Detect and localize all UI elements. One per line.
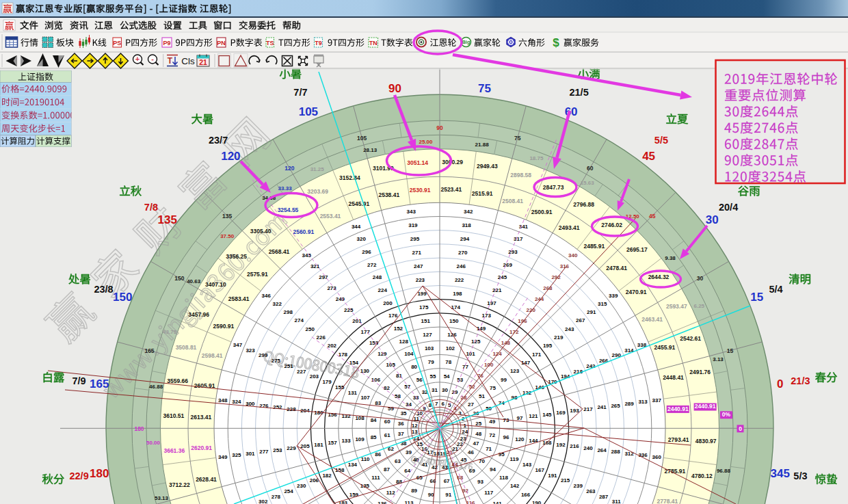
svg-text:135: 135 — [158, 213, 177, 226]
svg-text:113: 113 — [404, 500, 413, 504]
svg-text:120: 120 — [221, 150, 240, 163]
svg-text:3: 3 — [458, 410, 462, 416]
svg-text:126: 126 — [447, 332, 457, 338]
svg-text:143: 143 — [522, 462, 532, 468]
svg-text:82: 82 — [384, 385, 390, 391]
svg-text:216: 216 — [570, 443, 579, 449]
svg-text:227: 227 — [297, 369, 306, 375]
svg-text:43.75: 43.75 — [163, 329, 177, 335]
svg-text:291: 291 — [587, 309, 596, 315]
svg-text:179: 179 — [322, 379, 332, 385]
svg-text:90: 90 — [436, 124, 443, 131]
svg-text:301: 301 — [246, 451, 255, 457]
svg-text:133: 133 — [341, 438, 351, 444]
svg-text:145: 145 — [542, 412, 552, 418]
svg-text:21: 21 — [199, 58, 207, 66]
svg-text:91: 91 — [445, 492, 451, 498]
svg-text:240: 240 — [583, 445, 593, 451]
svg-text:34: 34 — [406, 401, 412, 408]
svg-text:2515.91: 2515.91 — [472, 190, 493, 197]
svg-text:230: 230 — [297, 483, 306, 489]
svg-text:348: 348 — [218, 397, 228, 403]
svg-text:2793.41: 2793.41 — [668, 436, 689, 443]
svg-text:7/9: 7/9 — [72, 375, 86, 386]
svg-text:94: 94 — [490, 466, 496, 473]
svg-text:299: 299 — [259, 352, 268, 358]
svg-text:3203.69: 3203.69 — [307, 188, 328, 195]
svg-text:169: 169 — [556, 410, 566, 416]
svg-text:27: 27 — [468, 401, 474, 408]
svg-text:15: 15 — [750, 291, 763, 304]
svg-text:2491.76: 2491.76 — [689, 369, 711, 375]
svg-text:298: 298 — [284, 309, 293, 315]
svg-text:272: 272 — [367, 262, 377, 268]
svg-text:2644.32: 2644.32 — [648, 274, 670, 280]
svg-text:60: 60 — [384, 419, 390, 425]
svg-text:3457.96: 3457.96 — [188, 311, 209, 318]
svg-text:2478.41: 2478.41 — [606, 265, 627, 271]
svg-text:28.13: 28.13 — [363, 147, 377, 153]
svg-text:3305.40: 3305.40 — [250, 228, 271, 235]
svg-text:30: 30 — [442, 387, 448, 393]
svg-text:31.25: 31.25 — [310, 166, 325, 172]
svg-text:2568.41: 2568.41 — [269, 248, 290, 255]
svg-text:322: 322 — [273, 301, 282, 307]
svg-text:270: 270 — [458, 250, 468, 256]
svg-text:25: 25 — [475, 421, 481, 427]
svg-text:61: 61 — [384, 432, 390, 438]
svg-text:60: 60 — [565, 105, 578, 118]
svg-text:21/5: 21/5 — [569, 87, 588, 98]
svg-text:275: 275 — [271, 358, 281, 364]
svg-text:59: 59 — [388, 406, 394, 412]
svg-text:176: 176 — [388, 313, 398, 319]
svg-text:120: 120 — [284, 165, 294, 172]
svg-text:75: 75 — [478, 82, 491, 95]
svg-text:215: 215 — [561, 477, 570, 483]
svg-text:2560.91: 2560.91 — [293, 228, 314, 235]
svg-text:2553.41: 2553.41 — [320, 213, 341, 220]
svg-text:267: 267 — [576, 317, 585, 323]
svg-text:TS: TS — [266, 40, 274, 47]
svg-text:2778.41: 2778.41 — [657, 498, 678, 504]
svg-text:224: 224 — [378, 287, 388, 293]
svg-text:79: 79 — [428, 359, 434, 365]
svg-text:345: 345 — [302, 252, 312, 258]
svg-text:54: 54 — [444, 373, 450, 380]
svg-text:247: 247 — [414, 263, 423, 269]
svg-text:80: 80 — [411, 364, 417, 370]
svg-text:2628.41: 2628.41 — [196, 476, 217, 483]
svg-text:157: 157 — [328, 440, 337, 446]
svg-text:63: 63 — [395, 458, 401, 464]
svg-text:2455.91: 2455.91 — [654, 344, 676, 351]
svg-text:246: 246 — [457, 263, 466, 269]
svg-text:96.88: 96.88 — [717, 468, 731, 474]
svg-text:41: 41 — [422, 462, 428, 468]
svg-text:0: 0 — [739, 425, 742, 432]
svg-text:278: 278 — [271, 494, 281, 500]
svg-text:78: 78 — [445, 359, 451, 365]
svg-text:45: 45 — [642, 150, 655, 163]
svg-text:35: 35 — [401, 410, 407, 416]
svg-text:2583.41: 2583.41 — [228, 295, 250, 302]
svg-text:96: 96 — [503, 434, 509, 440]
svg-text:341: 341 — [519, 224, 529, 230]
svg-text:197: 197 — [487, 300, 496, 306]
svg-text:69: 69 — [469, 468, 475, 474]
svg-text:135: 135 — [222, 213, 232, 220]
svg-text:Big: Big — [462, 39, 471, 45]
svg-text:294: 294 — [460, 236, 470, 242]
svg-text:116: 116 — [466, 500, 475, 504]
svg-text:251: 251 — [284, 363, 293, 369]
svg-text:2530.91: 2530.91 — [410, 187, 431, 194]
svg-text:248: 248 — [373, 274, 382, 280]
svg-text:190: 190 — [532, 500, 542, 504]
svg-text:151: 151 — [421, 318, 431, 324]
svg-text:174: 174 — [451, 304, 461, 310]
svg-text:45: 45 — [649, 213, 656, 220]
svg-text:134: 134 — [348, 462, 358, 468]
svg-text:263: 263 — [586, 488, 596, 494]
svg-text:2598.41: 2598.41 — [202, 352, 223, 359]
svg-text:+: + — [135, 55, 140, 63]
svg-text:136: 136 — [377, 501, 387, 504]
svg-text:135: 135 — [360, 483, 370, 489]
